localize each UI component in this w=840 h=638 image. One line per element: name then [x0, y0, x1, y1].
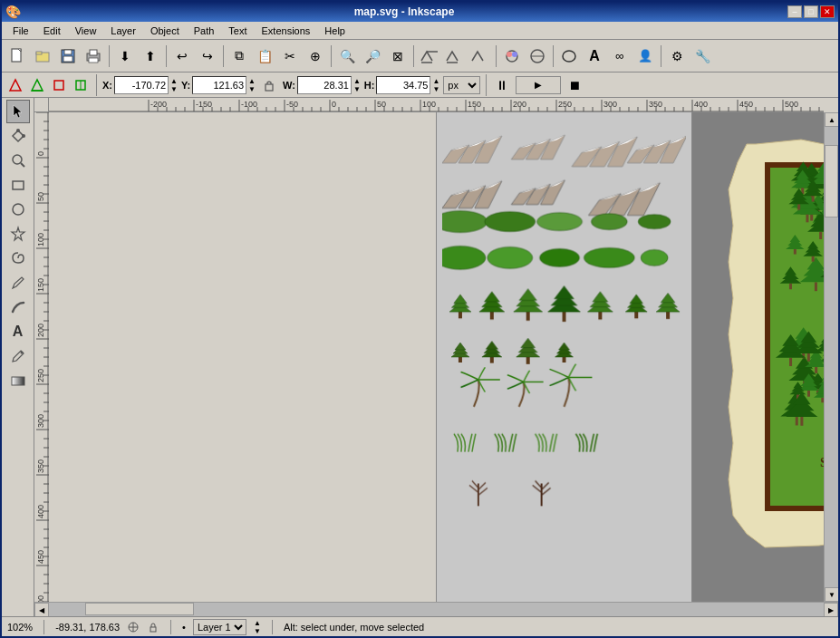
scroll-h-thumb[interactable] — [85, 603, 194, 615]
print-button[interactable] — [82, 44, 105, 68]
clone-button[interactable]: ⊕ — [304, 44, 327, 68]
x-spin-down[interactable]: ▼ — [170, 85, 178, 93]
menu-path[interactable]: Path — [187, 24, 222, 38]
close-button[interactable]: ✕ — [820, 5, 835, 18]
layer-up-btn[interactable]: ▲ — [254, 619, 261, 627]
y-spin-up[interactable]: ▲ — [248, 77, 256, 85]
circle-tool[interactable] — [6, 198, 30, 221]
import-button[interactable]: ⬇ — [113, 44, 137, 68]
menubar: File Edit View Layer Object Path Text Ex… — [2, 22, 838, 40]
menu-edit[interactable]: Edit — [36, 24, 68, 38]
w-input[interactable] — [297, 76, 352, 94]
preferences-button[interactable]: 🔧 — [690, 44, 714, 68]
export-button[interactable]: ⬆ — [139, 44, 162, 68]
paste-button[interactable]: 📋 — [253, 44, 276, 68]
x-input[interactable] — [114, 76, 169, 94]
scroll-h-track[interactable] — [49, 603, 824, 616]
color-tool-2[interactable] — [526, 44, 549, 68]
scroll-v-track[interactable] — [825, 127, 838, 587]
pencil-tool[interactable] — [6, 271, 30, 295]
pause-button[interactable]: ⏸ — [492, 75, 512, 95]
h-input[interactable] — [376, 76, 430, 94]
w-coord-group: W: ▲ ▼ — [283, 76, 361, 94]
star-tool[interactable] — [6, 222, 30, 246]
status-message: Alt: select under, move selected — [284, 622, 424, 633]
w-spin-up[interactable]: ▲ — [353, 77, 361, 85]
xml-editor-button[interactable]: ⚙ — [665, 44, 689, 68]
gradient-tool[interactable] — [6, 369, 30, 392]
redo-button[interactable]: ↪ — [196, 44, 219, 68]
svg-rect-7 — [90, 50, 97, 55]
main-canvas[interactable] — [701, 121, 824, 593]
stop-button[interactable]: ⏹ — [565, 75, 584, 95]
y-input[interactable] — [192, 76, 246, 94]
snap-tool-2[interactable] — [443, 44, 467, 68]
menu-view[interactable]: View — [68, 24, 104, 38]
snap-tool-1[interactable] — [418, 44, 441, 68]
snap-icon-4[interactable] — [71, 75, 91, 95]
menu-extensions[interactable]: Extensions — [255, 24, 318, 38]
menu-text[interactable]: Text — [221, 24, 254, 38]
snap-icon-2[interactable] — [27, 75, 47, 95]
symbols-panel — [437, 112, 692, 602]
h-spin-down[interactable]: ▼ — [432, 85, 439, 93]
text-tool-btn[interactable]: A — [583, 44, 606, 68]
new-button[interactable] — [5, 44, 29, 68]
select-tool[interactable] — [6, 100, 30, 123]
w-spin-down[interactable]: ▼ — [353, 85, 361, 93]
svg-rect-4 — [64, 50, 72, 54]
window-controls: – □ ✕ — [787, 5, 835, 18]
zoom-out-button[interactable]: 🔎 — [361, 44, 384, 68]
object-fill-button[interactable] — [557, 44, 581, 68]
snap-icon-1[interactable] — [5, 75, 25, 95]
node-tool-btn[interactable]: ∞ — [608, 44, 632, 68]
zoom-tool[interactable] — [6, 149, 30, 172]
x-spin-up[interactable]: ▲ — [170, 77, 178, 85]
w-label: W: — [283, 80, 295, 91]
menu-file[interactable]: File — [5, 24, 36, 38]
main-canvas-area[interactable] — [692, 112, 824, 602]
snap-icon-3[interactable] — [49, 75, 69, 95]
layer-down-btn[interactable]: ▼ — [254, 627, 261, 635]
snap-tool-3[interactable] — [468, 44, 492, 68]
h-spin-up[interactable]: ▲ — [432, 77, 439, 85]
cursor-icon — [127, 621, 140, 633]
menu-layer[interactable]: Layer — [103, 24, 143, 38]
scroll-up-button[interactable]: ▲ — [825, 112, 838, 127]
layer-bullet: • — [182, 622, 186, 633]
symbols-canvas[interactable] — [442, 118, 686, 587]
lock-aspect-button[interactable] — [259, 75, 279, 95]
copy-button[interactable]: ⧉ — [227, 44, 251, 68]
eyedropper-tool[interactable] — [6, 344, 30, 368]
scroll-left-button[interactable]: ◀ — [34, 603, 49, 616]
menu-object[interactable]: Object — [143, 24, 187, 38]
status-sep-3 — [272, 620, 273, 634]
scroll-right-button[interactable]: ▶ — [824, 603, 838, 616]
spiral-tool[interactable] — [6, 246, 30, 270]
cut-button[interactable]: ✂ — [278, 44, 302, 68]
node-edit-tool[interactable] — [6, 124, 30, 148]
open-button[interactable] — [31, 44, 54, 68]
minimize-button[interactable]: – — [787, 5, 802, 18]
color-tool-1[interactable] — [500, 44, 524, 68]
maximize-button[interactable]: □ — [804, 5, 818, 18]
zoom-fit-button[interactable]: ⊠ — [386, 44, 410, 68]
calligraphy-tool[interactable] — [6, 295, 30, 319]
statusbar: 102% -89.31, 178.63 • Layer 1 ▲ ▼ Alt: s… — [2, 616, 838, 636]
save-button[interactable] — [56, 44, 80, 68]
status-sep-1 — [43, 620, 44, 634]
unit-select[interactable]: px mm cm in — [443, 76, 480, 94]
toolbar-sep-3 — [223, 45, 224, 67]
rect-tool[interactable] — [6, 173, 30, 197]
cursor-coords: -89.31, 178.63 — [55, 622, 120, 633]
menu-help[interactable]: Help — [317, 24, 352, 38]
y-spin-down[interactable]: ▼ — [248, 85, 256, 93]
svg-point-12 — [507, 52, 512, 57]
scroll-down-button[interactable]: ▼ — [825, 587, 838, 602]
spray-tool-btn[interactable]: 👤 — [633, 44, 657, 68]
zoom-in-button[interactable]: 🔍 — [335, 44, 359, 68]
undo-button[interactable]: ↩ — [170, 44, 194, 68]
scroll-v-thumb[interactable] — [825, 145, 838, 218]
text-tool[interactable]: A — [6, 320, 30, 343]
layer-select[interactable]: Layer 1 — [193, 619, 246, 635]
